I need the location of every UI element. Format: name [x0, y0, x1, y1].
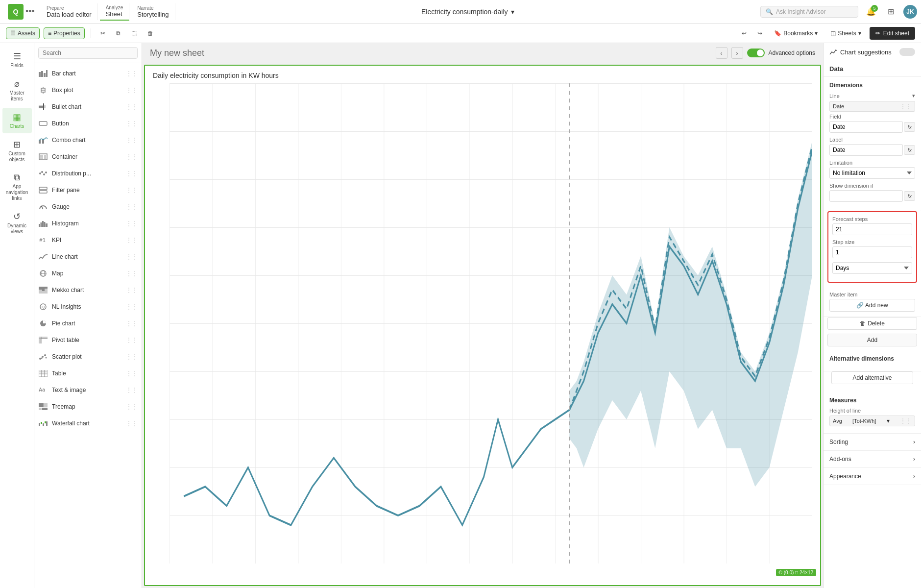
drag-handle-waterfall[interactable]: ⋮⋮ — [126, 420, 138, 427]
chart-search-input[interactable] — [38, 47, 138, 59]
drag-handle-pie[interactable]: ⋮⋮ — [126, 320, 138, 327]
bookmarks-button[interactable]: 🔖 Bookmarks ▾ — [770, 27, 822, 39]
drag-handle-map[interactable]: ⋮⋮ — [126, 270, 138, 277]
sidebar-item-master-items[interactable]: ⌀ Master items — [2, 74, 32, 106]
chart-item-scatter[interactable]: Scatter plot ⋮⋮ — [34, 348, 142, 365]
drag-handle-nl[interactable]: ⋮⋮ — [126, 303, 138, 310]
step-unit-select[interactable]: Days — [832, 262, 912, 274]
drag-handle-bar[interactable]: ⋮⋮ — [126, 70, 138, 77]
chart-item-label-bar: Bar chart — [52, 70, 122, 77]
sidebar-item-custom-objects[interactable]: ⊞ Custom objects — [2, 135, 32, 167]
line-expand[interactable]: Line ▾ — [829, 93, 915, 99]
delete-button[interactable]: 🗑 — [144, 27, 157, 39]
chart-item-pivot[interactable]: Pivot table ⋮⋮ — [34, 332, 142, 348]
drag-handle-gauge[interactable]: ⋮⋮ — [126, 203, 138, 210]
forecast-steps-input[interactable] — [832, 223, 912, 235]
chart-item-mekko[interactable]: Mekko chart ⋮⋮ — [34, 282, 142, 298]
chart-item-filter[interactable]: Filter pane ⋮⋮ — [34, 182, 142, 198]
drag-handle-box[interactable]: ⋮⋮ — [126, 87, 138, 94]
add-alternative-button[interactable]: Add alternative — [831, 371, 913, 384]
chart-item-container[interactable]: Container ⋮⋮ — [34, 148, 142, 165]
measure-drag-icon[interactable]: ⋮⋮ — [900, 417, 912, 424]
sheets-button[interactable]: ◫ Sheets ▾ — [826, 27, 865, 39]
assets-button[interactable]: ☰ Assets — [6, 27, 40, 39]
chart-item-line[interactable]: Line chart ⋮⋮ — [34, 248, 142, 265]
advanced-toggle-switch[interactable] — [747, 49, 765, 57]
next-sheet-button[interactable]: › — [731, 47, 743, 59]
delete-dimension-button[interactable]: 🗑 Delete — [827, 317, 917, 330]
label-fx-button[interactable]: fx — [904, 145, 915, 155]
drag-handle-dist[interactable]: ⋮⋮ — [126, 170, 138, 177]
chart-item-pie[interactable]: Pie chart ⋮⋮ — [34, 315, 142, 332]
copy-button[interactable]: ⧉ — [113, 27, 124, 39]
chart-item-kpi[interactable]: #1 KPI ⋮⋮ — [34, 232, 142, 248]
chart-item-box[interactable]: Box plot ⋮⋮ — [34, 82, 142, 98]
notifications-icon[interactable]: 🔔 5 — [864, 5, 878, 19]
prev-sheet-button[interactable]: ‹ — [716, 47, 727, 59]
chart-suggestions-toggle[interactable] — [899, 48, 915, 56]
chart-item-treemap[interactable]: Treemap ⋮⋮ — [34, 398, 142, 415]
chart-item-bar[interactable]: Bar chart ⋮⋮ — [34, 65, 142, 82]
nav-narrate[interactable]: Narrate Storytelling — [131, 3, 175, 20]
sidebar-item-dynamic-views[interactable]: ↺ Dynamic views — [2, 207, 32, 239]
redo-button[interactable]: ↪ — [754, 27, 766, 39]
edit-sheet-button[interactable]: ✏ Edit sheet — [870, 27, 915, 40]
chart-item-combo[interactable]: Combo chart ⋮⋮ — [34, 132, 142, 148]
drag-handle-table[interactable]: ⋮⋮ — [126, 370, 138, 377]
treemap-icon — [38, 402, 48, 412]
step-size-input[interactable] — [832, 246, 912, 258]
sidebar-item-charts[interactable]: ▦ Charts — [2, 108, 32, 133]
drag-handle-histogram[interactable]: ⋮⋮ — [126, 220, 138, 227]
advanced-options-toggle[interactable]: Advanced options — [747, 49, 815, 57]
label-input[interactable] — [829, 144, 903, 156]
appearance-section[interactable]: Appearance › — [824, 468, 921, 485]
sidebar-item-app-nav[interactable]: ⧉ App navigation links — [2, 169, 32, 205]
limitation-select[interactable]: No limitation — [829, 167, 915, 179]
drag-handle-line[interactable]: ⋮⋮ — [126, 253, 138, 260]
user-avatar[interactable]: JK — [903, 5, 917, 19]
drag-handle-button[interactable]: ⋮⋮ — [126, 120, 138, 127]
drag-dots-icon[interactable]: ⋮⋮ — [900, 103, 912, 110]
dataset-title[interactable]: Electricity consumption-daily ▾ — [421, 8, 514, 16]
sidebar-item-fields[interactable]: ☰ Fields — [2, 47, 32, 73]
drag-handle-pivot[interactable]: ⋮⋮ — [126, 337, 138, 343]
app-menu-dots[interactable]: ••• — [25, 6, 35, 17]
chart-item-map[interactable]: Map ⋮⋮ — [34, 265, 142, 282]
drag-handle-container[interactable]: ⋮⋮ — [126, 153, 138, 160]
chart-item-table[interactable]: Table ⋮⋮ — [34, 365, 142, 382]
drag-handle-treemap[interactable]: ⋮⋮ — [126, 403, 138, 410]
chart-item-waterfall[interactable]: Waterfall chart ⋮⋮ — [34, 415, 142, 432]
chart-item-button[interactable]: Button ⋮⋮ — [34, 115, 142, 132]
field-input[interactable] — [829, 121, 903, 133]
chart-item-distribution[interactable]: Distribution p... ⋮⋮ — [34, 165, 142, 182]
addons-section[interactable]: Add-ons › — [824, 451, 921, 468]
chart-item-bullet[interactable]: Bullet chart ⋮⋮ — [34, 98, 142, 115]
qlik-logo[interactable]: Q ••• — [4, 4, 39, 20]
drag-handle-combo[interactable]: ⋮⋮ — [126, 137, 138, 144]
nav-prepare[interactable]: Prepare Data load editor — [41, 3, 98, 20]
add-new-button[interactable]: 🔗 Add new — [829, 299, 915, 312]
undo-button[interactable]: ↩ — [738, 27, 750, 39]
paste-button[interactable]: ⬚ — [128, 27, 140, 39]
field-fx-button[interactable]: fx — [904, 122, 915, 132]
chart-item-nl[interactable]: Q NL Insights ⋮⋮ — [34, 298, 142, 315]
insight-advisor-search[interactable]: 🔍 Ask Insight Advisor — [760, 6, 858, 18]
cut-button[interactable]: ✂ — [97, 27, 109, 39]
chart-item-histogram[interactable]: Histogram ⋮⋮ — [34, 215, 142, 232]
add-dimension-button[interactable]: Add — [827, 334, 917, 346]
chart-item-text-image[interactable]: Aa Text & image ⋮⋮ — [34, 382, 142, 398]
show-dimension-input[interactable] — [829, 190, 903, 202]
date-dimension-pill: Date ⋮⋮ — [829, 101, 915, 112]
drag-handle-filter[interactable]: ⋮⋮ — [126, 187, 138, 194]
chart-item-gauge[interactable]: Gauge ⋮⋮ — [34, 198, 142, 215]
drag-handle-kpi[interactable]: ⋮⋮ — [126, 237, 138, 244]
show-dim-fx-button[interactable]: fx — [904, 191, 915, 201]
drag-handle-mekko[interactable]: ⋮⋮ — [126, 287, 138, 294]
nav-analyze[interactable]: Analyze Sheet — [100, 3, 130, 21]
sorting-section[interactable]: Sorting › — [824, 434, 921, 451]
drag-handle-bullet[interactable]: ⋮⋮ — [126, 103, 138, 110]
properties-button[interactable]: ≡ Properties — [44, 27, 85, 39]
apps-grid-icon[interactable]: ⊞ — [884, 5, 897, 19]
drag-handle-scatter[interactable]: ⋮⋮ — [126, 353, 138, 360]
drag-handle-text[interactable]: ⋮⋮ — [126, 387, 138, 393]
